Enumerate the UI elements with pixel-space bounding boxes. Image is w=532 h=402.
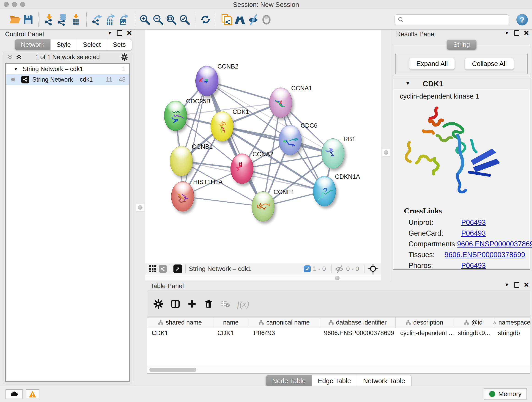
control-panel: Control Panel ▼ × Network Style Select S…	[0, 30, 135, 386]
gear-icon[interactable]	[153, 299, 163, 309]
network-node-CDK1[interactable]	[210, 111, 234, 141]
clone-network-button[interactable]	[220, 13, 233, 26]
warnings-button[interactable]	[26, 389, 39, 399]
export-table-button[interactable]	[104, 13, 117, 26]
network-node-CCNA1[interactable]	[269, 88, 292, 118]
column-header--id[interactable]: @id	[453, 317, 493, 328]
glasses-slash-icon	[247, 13, 259, 26]
collapse-all-icon[interactable]	[7, 54, 13, 61]
collapse-protein-icon[interactable]: ▼	[405, 80, 410, 86]
crosslink-link[interactable]: P06493	[461, 262, 486, 270]
columns-icon[interactable]	[170, 299, 180, 309]
protein-card-header[interactable]: ▼ CDK1	[393, 78, 530, 89]
crosslink-link[interactable]: 9606.ENSP00000378699	[444, 251, 525, 259]
column-header-shared-name[interactable]: shared name	[147, 317, 213, 328]
splitter-knob[interactable]	[136, 203, 144, 211]
network-node-CCNA2[interactable]	[230, 153, 253, 184]
memory-button[interactable]: Memory	[484, 389, 527, 400]
column-header-database-identifier[interactable]: database identifier	[319, 317, 396, 328]
crosslink-row: Compartments:9606.ENSP00000378699	[409, 239, 525, 249]
panel-menu-icon[interactable]: ▼	[504, 30, 509, 36]
graphics-details-button[interactable]	[247, 13, 260, 26]
column-header-namespace[interactable]: namespace	[493, 317, 530, 328]
tab-node-table[interactable]: Node Table	[266, 375, 312, 387]
plus-icon[interactable]	[187, 299, 197, 309]
horizontal-scrollbar[interactable]	[147, 366, 530, 373]
network-node-CDKN1A[interactable]	[313, 176, 336, 206]
protein-description: cyclin-dependent kinase 1	[400, 92, 530, 100]
network-node-CDC25B[interactable]	[164, 101, 187, 131]
collapse-all-button[interactable]: Collapse All	[465, 58, 514, 70]
zoom-in-button[interactable]	[138, 13, 151, 26]
selected-checkbox-icon[interactable]	[304, 265, 311, 272]
column-header-name[interactable]: name	[213, 317, 249, 328]
find-neighbors-button[interactable]	[233, 13, 247, 26]
network-edge[interactable]	[183, 196, 263, 206]
panel-menu-icon[interactable]: ▼	[504, 282, 509, 288]
cloud-button[interactable]	[6, 389, 23, 399]
horizontal-splitter[interactable]	[145, 275, 381, 281]
network-node-CCNE1[interactable]	[252, 191, 274, 222]
save-session-button[interactable]	[22, 13, 35, 26]
export-network-button[interactable]	[90, 13, 104, 26]
zoom-selected-button[interactable]	[178, 13, 191, 26]
gear-icon[interactable]	[120, 53, 128, 61]
network-edge[interactable]	[222, 126, 333, 153]
close-panel-icon[interactable]: ×	[524, 30, 529, 36]
crosshair-icon[interactable]	[368, 264, 378, 274]
right-splitter[interactable]	[381, 30, 391, 282]
network-node-CCNB1[interactable]	[170, 146, 193, 176]
crosslink-link[interactable]: P06493	[461, 229, 486, 237]
trash-icon[interactable]	[204, 299, 214, 309]
birds-eye-toggle[interactable]	[173, 264, 182, 273]
tab-network[interactable]: Network	[15, 39, 51, 50]
tab-network-table[interactable]: Network Table	[357, 375, 411, 387]
import-table-file-button[interactable]	[69, 13, 82, 26]
update-networks-button[interactable]	[199, 13, 212, 26]
network-selection-status: 1 of 1 Network selected	[3, 54, 132, 61]
panel-menu-icon[interactable]: ▼	[107, 30, 112, 36]
export-image-button[interactable]	[117, 13, 130, 26]
grid-icon[interactable]	[148, 265, 157, 273]
search-field[interactable]	[394, 14, 509, 25]
open-session-button[interactable]	[8, 13, 22, 26]
float-panel-icon[interactable]	[514, 282, 519, 288]
tab-edge-table[interactable]: Edge Table	[312, 375, 357, 387]
network-collection-row[interactable]: ▼ String Network – cdk1 1	[6, 64, 129, 74]
import-network-database-button[interactable]	[56, 13, 69, 26]
network-edge[interactable]	[207, 81, 263, 206]
table-row[interactable]: CDK1CDK1P064939606.ENSP00000378699cyclin…	[147, 328, 530, 338]
network-canvas[interactable]: CCNB2CCNA1CDC25BCDK1CDC6RB1CCNB1CCNA2CDK…	[145, 30, 381, 263]
network-node-CDC6[interactable]	[279, 125, 302, 155]
expand-all-button[interactable]: Expand All	[409, 58, 455, 70]
close-panel-icon[interactable]: ×	[127, 30, 132, 36]
tree-expand-icon[interactable]: ▼	[13, 66, 18, 72]
crosslink-link[interactable]: 9606.ENSP00000378699	[457, 240, 532, 248]
network-node-HIST1H1A[interactable]	[171, 181, 194, 211]
left-splitter[interactable]	[135, 30, 145, 282]
float-panel-icon[interactable]	[117, 30, 122, 36]
network-type-icon[interactable]	[159, 265, 167, 273]
network-row[interactable]: String Network – cdk1 11 48	[6, 74, 129, 85]
float-panel-icon[interactable]	[514, 30, 519, 36]
zoom-out-button[interactable]	[151, 13, 165, 26]
toolbar-separator	[38, 12, 39, 27]
zoom-out-icon	[152, 14, 164, 25]
splitter-knob[interactable]	[382, 148, 390, 157]
tab-select[interactable]: Select	[77, 39, 107, 50]
expand-all-icon[interactable]	[15, 54, 22, 61]
close-panel-icon[interactable]: ×	[524, 282, 529, 288]
zoom-fit-button[interactable]	[165, 13, 178, 26]
results-tab-string[interactable]: String	[447, 40, 476, 50]
network-node-CCNB2[interactable]	[196, 66, 218, 96]
column-header-canonical-name[interactable]: canonical name	[249, 317, 319, 328]
import-network-file-button[interactable]	[43, 13, 56, 26]
search-input[interactable]	[406, 16, 506, 24]
crosslink-link[interactable]: P06493	[461, 218, 486, 227]
network-node-RB1[interactable]	[322, 138, 344, 169]
help-button[interactable]: ?	[516, 14, 528, 26]
column-header-description[interactable]: description	[396, 317, 453, 328]
tab-style[interactable]: Style	[51, 39, 77, 50]
tab-sets[interactable]: Sets	[107, 39, 132, 50]
bird-eye-view-button[interactable]	[260, 13, 273, 26]
